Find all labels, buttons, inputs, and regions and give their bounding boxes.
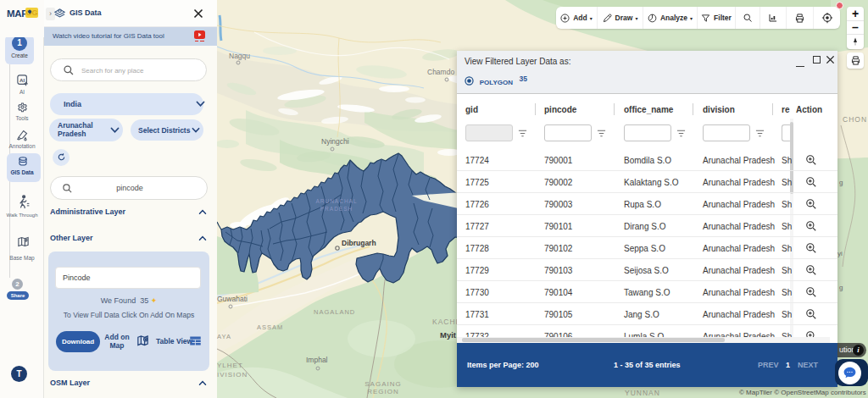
svg-text:g: g	[839, 179, 843, 186]
svg-text:SAGAING: SAGAING	[364, 380, 401, 388]
svg-text:Dibrugarh: Dibrugarh	[342, 239, 376, 247]
svg-text:NAGALAND: NAGALAND	[314, 308, 355, 316]
svg-text:yi: yi	[837, 250, 843, 257]
svg-text:ARUNACHAL: ARUNACHAL	[315, 198, 357, 204]
svg-text:g: g	[839, 284, 843, 291]
svg-text:CHON: CHON	[843, 115, 867, 124]
svg-text:AI: AI	[19, 77, 25, 83]
svg-text:AYA: AYA	[217, 333, 231, 340]
svg-text:IVISION: IVISION	[217, 371, 248, 379]
svg-text:YUNNAN: YUNNAN	[625, 389, 660, 397]
svg-text:REGION: REGION	[367, 388, 399, 395]
svg-text:ASSAM: ASSAM	[257, 323, 283, 331]
svg-text:Imphal: Imphal	[306, 356, 328, 364]
svg-text:Guwahati: Guwahati	[217, 295, 248, 303]
svg-text:Chamdo: Chamdo	[427, 68, 454, 76]
svg-text:Myit: Myit	[440, 330, 457, 340]
svg-text:Nagqu: Nagqu	[229, 52, 250, 60]
svg-text:YLHET: YLHET	[217, 362, 243, 369]
svg-text:Nyingchi: Nyingchi	[321, 137, 349, 146]
svg-text:PRADESH: PRADESH	[320, 206, 353, 212]
